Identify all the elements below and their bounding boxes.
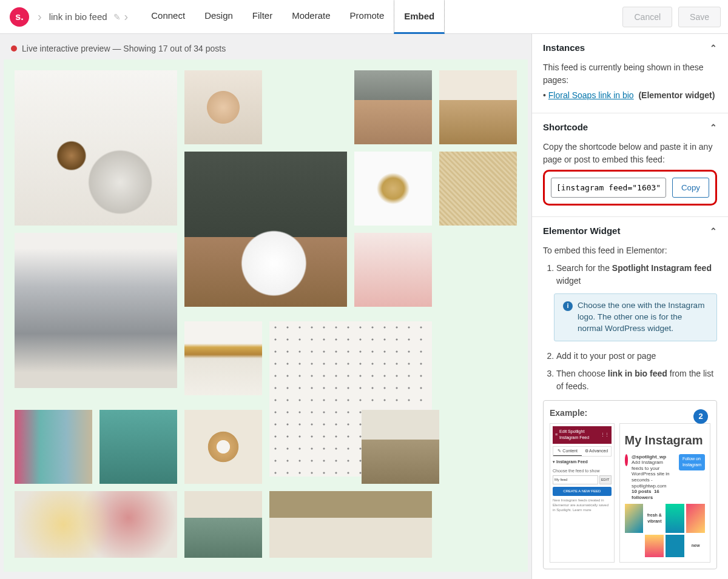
section-title: Shortcode (543, 122, 588, 132)
tab-design[interactable]: Design (195, 0, 243, 34)
feed-tile[interactable] (184, 491, 262, 558)
status-text: Live interactive preview — Showing 17 ou… (22, 44, 226, 53)
feed-tile[interactable] (15, 70, 177, 226)
section-title: Instances (543, 42, 585, 53)
tab-embed[interactable]: Embed (394, 0, 445, 34)
tab-moderate[interactable]: Moderate (282, 0, 340, 34)
cancel-button[interactable]: Cancel (622, 7, 672, 27)
elementor-intro: To embed this feed in Elementor: (543, 244, 717, 257)
avatar-icon (625, 454, 628, 466)
feed-tile[interactable] (439, 70, 517, 144)
chevron-right-icon: › (124, 10, 129, 24)
section-header-elementor[interactable]: Elementor Widget ⌃ (532, 217, 728, 244)
feed-tile[interactable] (99, 410, 177, 484)
top-bar: s. › link in bio feed ✎ › Connect Design… (0, 0, 728, 34)
chevron-up-icon: ⌃ (710, 43, 717, 53)
example-preview: My Instagram @spotlight_wp Add Instagram… (619, 423, 710, 563)
feed-tile[interactable] (184, 70, 262, 144)
feed-tile[interactable] (439, 152, 517, 226)
feed-tile[interactable] (354, 152, 432, 226)
elementor-step-1: Search for the Spotlight Instagram feed … (556, 262, 717, 287)
shortcode-input[interactable] (551, 178, 666, 198)
example-elementor-panel: ≡Edit Spotlight Instagram Feed⋮⋮ ✎ Conte… (550, 423, 615, 563)
settings-panel: Instances ⌃ This feed is currently being… (531, 34, 728, 579)
section-instances: Instances ⌃ This feed is currently being… (532, 34, 728, 113)
example-badge: 2 (693, 409, 708, 424)
app-logo: s. (10, 7, 29, 27)
tab-promote[interactable]: Promote (340, 0, 394, 34)
instance-type: (Elementor widget) (638, 90, 715, 100)
elementor-step-2: Add it to your post or page (556, 350, 717, 363)
feed-gallery (4, 59, 528, 572)
section-elementor: Elementor Widget ⌃ To embed this feed in… (532, 217, 728, 579)
instances-text: This feed is currently being shown in th… (543, 61, 717, 87)
preview-status: Live interactive preview — Showing 17 ou… (4, 41, 528, 59)
chevron-up-icon: ⌃ (710, 226, 717, 236)
section-title: Elementor Widget (543, 226, 620, 236)
feed-tile[interactable] (184, 410, 262, 484)
feed-tile[interactable] (15, 491, 177, 558)
feed-name: link in bio feed (49, 12, 107, 22)
feed-tile[interactable] (15, 410, 92, 484)
instance-link[interactable]: Floral Soaps link in bio (548, 90, 634, 100)
tip-box: i Choose the one with the Instagram logo… (554, 293, 717, 341)
chevron-up-icon: ⌃ (710, 122, 717, 132)
example-label: Example: (550, 407, 710, 420)
info-icon: i (563, 301, 573, 311)
feed-tile[interactable] (354, 233, 432, 307)
nav-tabs: Connect Design Filter Moderate Promote E… (141, 0, 445, 34)
shortcode-text: Copy the shortcode below and paste it in… (543, 141, 717, 166)
example-box: Example: 2 ≡Edit Spotlight Instagram Fee… (543, 400, 717, 569)
feed-tile[interactable] (184, 321, 262, 395)
pencil-icon[interactable]: ✎ (113, 12, 121, 22)
feed-tile[interactable] (354, 70, 432, 144)
feed-tile[interactable] (362, 410, 439, 484)
tab-filter[interactable]: Filter (243, 0, 282, 34)
tip-text: Choose the one with the Instagram logo. … (578, 300, 708, 335)
section-header-shortcode[interactable]: Shortcode ⌃ (532, 113, 728, 141)
chevron-right-icon: › (38, 10, 42, 24)
save-button[interactable]: Save (678, 7, 721, 27)
elementor-step-3: Then choose link in bio feed from the li… (556, 367, 717, 393)
copy-button[interactable]: Copy (672, 178, 709, 198)
section-shortcode: Shortcode ⌃ Copy the shortcode below and… (532, 113, 728, 217)
section-header-instances[interactable]: Instances ⌃ (532, 34, 728, 61)
feed-tile[interactable] (269, 491, 432, 558)
live-dot-icon (11, 45, 17, 52)
tab-connect[interactable]: Connect (141, 0, 195, 34)
preview-panel: Live interactive preview — Showing 17 ou… (0, 34, 531, 579)
main-content: Live interactive preview — Showing 17 ou… (0, 34, 728, 579)
shortcode-highlight: Copy (543, 170, 717, 206)
example-title: My Instagram (625, 431, 705, 449)
follow-button: Follow on Instagram (679, 454, 705, 470)
